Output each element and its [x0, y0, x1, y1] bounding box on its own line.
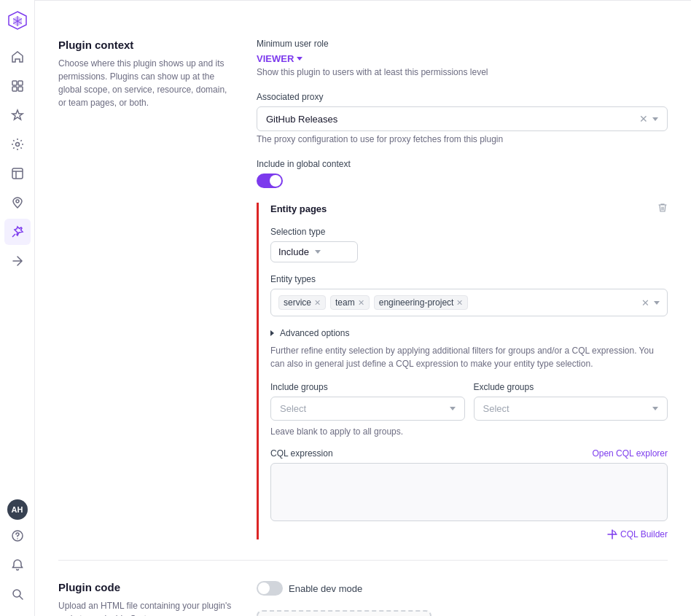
tags-clear-icon[interactable]: ✕ [641, 297, 649, 308]
viewer-role-button[interactable]: VIEWER [257, 53, 302, 64]
advanced-chevron-icon [270, 330, 274, 336]
svg-rect-2 [12, 87, 17, 91]
include-global-toggle[interactable] [257, 174, 283, 188]
selection-type-field: Selection type Include [270, 227, 668, 262]
sidebar-item-help[interactable] [4, 523, 31, 549]
plugin-context-right: Minimum user role VIEWER Show this plugi… [257, 39, 668, 539]
plugin-code-title: Plugin code [58, 581, 233, 593]
main-content: Plugin context Choose where this plugin … [35, 0, 691, 616]
sidebar-item-deploy[interactable] [4, 190, 31, 216]
leave-blank-hint: Leave blank to apply to all groups. [270, 426, 668, 437]
groups-selects: Include groups Select Exclude groups [270, 382, 668, 421]
sidebar-item-catalog[interactable] [4, 73, 31, 99]
cql-label: CQL expression [270, 448, 333, 459]
tag-service-remove[interactable]: ✕ [314, 299, 321, 307]
tag-engineering-project-label: engineering-project [379, 297, 454, 308]
entity-types-label: Entity types [270, 274, 668, 284]
sidebar-item-home[interactable] [4, 44, 31, 70]
exclude-groups-placeholder: Select [483, 403, 510, 414]
sidebar-item-settings[interactable] [4, 131, 31, 157]
exclude-groups-actions [652, 407, 658, 410]
include-global-context-field: Include in global context [257, 159, 668, 188]
cql-builder-link[interactable]: CQL Builder [270, 529, 668, 539]
plugin-code-description: Upload an HTML file containing your plug… [58, 599, 233, 616]
plugin-context-title: Plugin context [58, 39, 233, 51]
minimum-user-role-label: Minimum user role [257, 39, 668, 49]
sidebar-item-integrations[interactable] [4, 248, 31, 274]
svg-point-6 [16, 200, 19, 203]
sidebar-item-templates[interactable] [4, 160, 31, 187]
plugin-code-right: Enable dev mode HTML Upload or drop an H… [257, 581, 668, 616]
tag-team: team ✕ [330, 295, 370, 310]
cql-expression-input[interactable] [270, 463, 668, 521]
sidebar-item-notifications[interactable] [4, 552, 31, 578]
svg-rect-5 [12, 168, 23, 179]
advanced-options-toggle[interactable]: Advanced options [270, 328, 668, 338]
tag-team-remove[interactable]: ✕ [358, 299, 364, 307]
sidebar: AH [0, 0, 35, 616]
include-groups-actions [450, 407, 456, 410]
cql-header: CQL expression Open CQL explorer [270, 448, 668, 459]
proxy-hint: The proxy configuration to use for proxy… [257, 134, 668, 144]
tag-engineering-project-remove[interactable]: ✕ [456, 299, 463, 307]
tags-actions: ✕ [641, 297, 660, 308]
svg-point-8 [17, 538, 18, 539]
tag-engineering-project: engineering-project ✕ [374, 295, 469, 310]
plugin-code-two-col: Plugin code Upload an HTML file containi… [58, 581, 668, 616]
plugin-context-left: Plugin context Choose where this plugin … [58, 39, 233, 539]
exclude-groups-chevron-icon [652, 407, 658, 410]
svg-rect-0 [12, 81, 17, 85]
include-global-label: Include in global context [257, 159, 668, 169]
entity-types-tags-input[interactable]: service ✕ team ✕ engineering-project ✕ [270, 289, 668, 316]
exclude-groups-label: Exclude groups [474, 382, 668, 392]
entity-types-field: Entity types service ✕ team ✕ en [270, 274, 668, 316]
plugin-context-description: Choose where this plugin shows up and it… [58, 57, 233, 109]
sidebar-bottom: AH [4, 499, 31, 607]
exclude-groups-select[interactable]: Select [474, 397, 668, 421]
include-groups-field: Include groups Select [270, 382, 465, 421]
include-groups-chevron-icon [450, 407, 456, 410]
plugin-code-section: Plugin code Upload an HTML file containi… [58, 561, 668, 616]
include-global-toggle-wrapper [257, 174, 668, 188]
exclude-groups-field: Exclude groups Select [474, 382, 668, 421]
svg-rect-1 [18, 81, 23, 85]
plugin-context-section: Plugin context Choose where this plugin … [58, 18, 668, 560]
upload-area[interactable]: HTML Upload or drop an HTML file here [257, 610, 432, 616]
role-description: Show this plugin to users with at least … [257, 67, 668, 77]
dev-mode-label: Enable dev mode [289, 583, 362, 594]
selection-type-label: Selection type [270, 227, 668, 237]
selection-type-chevron-icon [315, 250, 321, 254]
entity-pages-section: Entity pages Selection type Include [257, 203, 668, 539]
open-cql-explorer-link[interactable]: Open CQL explorer [592, 448, 668, 459]
advanced-options-section: Advanced options Further refine entity s… [270, 328, 668, 539]
tags-chevron-icon [654, 301, 660, 305]
advanced-options-label: Advanced options [280, 328, 349, 338]
selection-type-value: Include [278, 246, 309, 257]
sidebar-item-pin[interactable] [4, 219, 31, 245]
svg-rect-3 [18, 87, 23, 91]
include-groups-label: Include groups [270, 382, 465, 392]
tag-service: service ✕ [278, 295, 326, 310]
avatar[interactable]: AH [7, 499, 28, 520]
associated-proxy-select[interactable]: GitHub Releases ✕ [257, 106, 668, 131]
entity-section-title: Entity pages [270, 203, 327, 214]
proxy-clear-icon[interactable]: ✕ [639, 113, 648, 125]
proxy-chevron-icon [652, 117, 658, 121]
role-value: VIEWER [257, 53, 294, 64]
plugin-code-left: Plugin code Upload an HTML file containi… [58, 581, 233, 616]
dev-mode-toggle[interactable] [257, 581, 283, 596]
tag-service-label: service [284, 297, 311, 308]
selection-type-select[interactable]: Include [270, 241, 358, 262]
tag-team-label: team [335, 297, 355, 308]
associated-proxy-label: Associated proxy [257, 92, 668, 102]
logo [6, 9, 29, 32]
sidebar-item-search[interactable] [4, 581, 31, 607]
include-groups-placeholder: Select [280, 403, 306, 414]
entity-delete-icon[interactable] [657, 203, 668, 215]
entity-section-header: Entity pages [270, 203, 668, 215]
associated-proxy-field: Associated proxy GitHub Releases ✕ The p… [257, 92, 668, 144]
sidebar-item-starred[interactable] [4, 102, 31, 128]
dev-mode-field: Enable dev mode [257, 581, 668, 596]
role-chevron-icon [297, 57, 302, 61]
include-groups-select[interactable]: Select [270, 397, 465, 421]
